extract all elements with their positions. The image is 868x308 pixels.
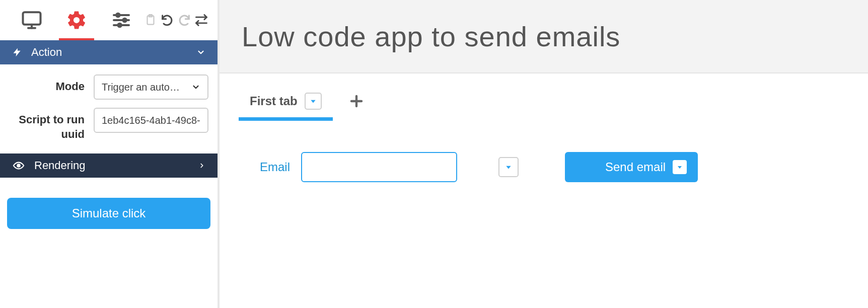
send-email-label: Send email — [605, 160, 666, 174]
svg-point-13 — [17, 164, 20, 167]
section-rendering-header[interactable]: Rendering — [0, 153, 218, 178]
chevron-down-icon — [196, 48, 205, 57]
chevron-right-icon — [198, 161, 205, 170]
email-options-dropdown[interactable] — [498, 157, 519, 177]
undo-icon[interactable] — [160, 13, 174, 27]
send-email-button[interactable]: Send email — [565, 152, 698, 182]
eye-icon — [12, 160, 25, 171]
mode-select[interactable]: Trigger an automation — [94, 74, 208, 100]
mode-select-value: Trigger an automation — [102, 82, 187, 93]
svg-point-7 — [123, 19, 127, 22]
app-content: First tab Email Send email — [220, 73, 868, 308]
svg-marker-14 — [311, 100, 315, 103]
app-header: Low code app to send emails — [220, 0, 868, 73]
tab-first[interactable]: First tab — [238, 82, 334, 120]
tab-sliders[interactable] — [99, 0, 144, 40]
app-title: Low code app to send emails — [242, 20, 620, 53]
tab-settings[interactable] — [54, 0, 99, 40]
chevron-down-icon — [191, 83, 200, 92]
action-form: Mode Trigger an automation Script to run… — [0, 64, 218, 153]
svg-point-6 — [116, 14, 120, 17]
email-label: Email — [260, 160, 290, 174]
canvas-area: Low code app to send emails First tab Em… — [220, 0, 868, 308]
svg-point-8 — [118, 24, 122, 27]
section-action-header[interactable]: Action — [0, 40, 218, 64]
panel-toolbar — [0, 0, 218, 40]
script-uuid-value: 1eb4c165-4ab1-49c8- — [102, 115, 200, 126]
add-tab-button[interactable] — [346, 94, 367, 109]
tab-row: First tab — [238, 73, 868, 122]
plus-icon — [349, 94, 364, 109]
sliders-icon — [111, 10, 131, 30]
simulate-click-button[interactable]: Simulate click — [7, 198, 210, 229]
script-uuid-label: Script to run uuid — [9, 108, 85, 141]
svg-rect-0 — [23, 12, 40, 25]
section-action-title: Action — [31, 46, 62, 59]
redo-icon[interactable] — [177, 13, 191, 27]
bolt-icon — [12, 46, 22, 58]
tab-preview[interactable] — [9, 0, 54, 40]
svg-marker-17 — [506, 166, 511, 169]
gear-icon — [66, 10, 87, 31]
monitor-icon — [21, 10, 42, 31]
settings-panel: Action Mode Trigger an automation Script… — [0, 0, 220, 308]
email-row: Email Send email — [238, 152, 868, 182]
send-email-dropdown[interactable] — [673, 160, 687, 174]
email-input[interactable] — [301, 152, 457, 182]
tab-options-dropdown[interactable] — [305, 93, 322, 110]
script-uuid-input[interactable]: 1eb4c165-4ab1-49c8- — [94, 108, 208, 133]
tab-first-label: First tab — [250, 94, 298, 108]
section-rendering-title: Rendering — [34, 159, 86, 172]
swap-icon[interactable] — [194, 13, 208, 27]
svg-marker-18 — [678, 166, 682, 169]
clipboard-icon[interactable] — [144, 13, 157, 28]
mode-label: Mode — [9, 74, 85, 94]
